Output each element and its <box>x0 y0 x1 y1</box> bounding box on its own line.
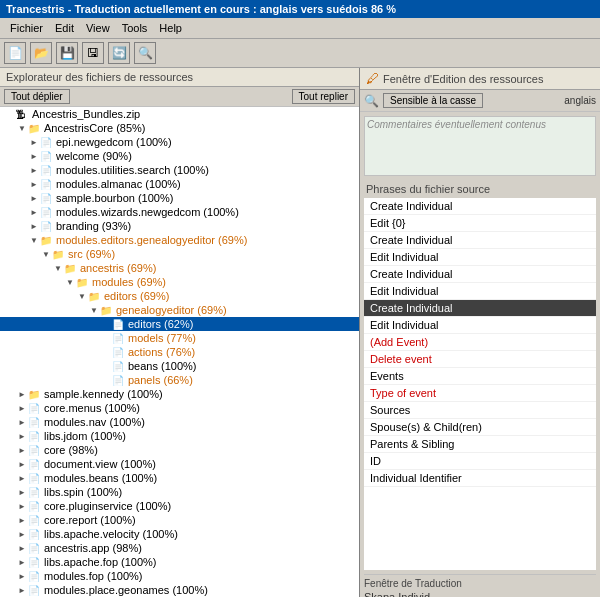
collapse-all-button[interactable]: Tout déplier <box>4 89 70 104</box>
tree-item[interactable]: 📄models (77%) <box>0 331 359 345</box>
expand-all-button[interactable]: Tout replier <box>292 89 355 104</box>
tree-item[interactable]: 📄editors (62%) <box>0 317 359 331</box>
tree-item-label: epi.newgedcom (100%) <box>56 136 172 148</box>
phrase-item[interactable]: Type of event <box>364 385 596 402</box>
phrase-item[interactable]: Events <box>364 368 596 385</box>
tree-item[interactable]: ►📄modules.beans (100%) <box>0 471 359 485</box>
file-icon: 📄 <box>28 557 42 568</box>
tree-item-label: src (69%) <box>68 248 115 260</box>
menu-help[interactable]: Help <box>153 20 188 36</box>
phrase-item[interactable]: Create Individual <box>364 198 596 215</box>
phrase-item[interactable]: Sources <box>364 402 596 419</box>
menu-edit[interactable]: Edit <box>49 20 80 36</box>
tree-item[interactable]: ►📁sample.kennedy (100%) <box>0 387 359 401</box>
tree-item[interactable]: 📄actions (76%) <box>0 345 359 359</box>
tree-item[interactable]: ►📄core (98%) <box>0 443 359 457</box>
file-icon: 📄 <box>40 179 54 190</box>
file-icon: 📄 <box>28 417 42 428</box>
tree-arrow-icon: ► <box>28 222 40 231</box>
phrase-item[interactable]: Create Individual <box>364 232 596 249</box>
phrase-item[interactable]: Create Individual <box>364 266 596 283</box>
phrase-item[interactable]: Edit Individual <box>364 283 596 300</box>
tree-item[interactable]: ►📄libs.jdom (100%) <box>0 429 359 443</box>
tree-item[interactable]: ►📄ancestris.app (98%) <box>0 541 359 555</box>
tree-item[interactable]: ►📄document.view (100%) <box>0 457 359 471</box>
tree-arrow-icon: ► <box>16 502 28 511</box>
search-toolbar-button[interactable]: 🔍 <box>134 42 156 64</box>
tree-item-label: modules.utilities.search (100%) <box>56 164 209 176</box>
tree-item[interactable]: ▼📁modules (69%) <box>0 275 359 289</box>
tree-item[interactable]: ▼📁modules.editors.genealogyeditor (69%) <box>0 233 359 247</box>
comments-area: Commentaires éventuellement contenus <box>364 116 596 176</box>
tree-item[interactable]: ▼📁src (69%) <box>0 247 359 261</box>
tree-item[interactable]: ►📄libs.spin (100%) <box>0 485 359 499</box>
menu-view[interactable]: View <box>80 20 116 36</box>
tree-item[interactable]: ►📄core.report (100%) <box>0 513 359 527</box>
phrases-list[interactable]: Create IndividualEdit {0}Create Individu… <box>364 198 596 570</box>
phrase-item[interactable]: Edit {0} <box>364 215 596 232</box>
phrase-item[interactable]: ID <box>364 453 596 470</box>
tree-arrow-icon: ► <box>28 166 40 175</box>
tree-item[interactable]: ►📄sample.bourbon (100%) <box>0 191 359 205</box>
tree-item-label: libs.apache.velocity (100%) <box>44 528 178 540</box>
new-button[interactable]: 📄 <box>4 42 26 64</box>
case-sensitive-button[interactable]: Sensible à la casse <box>383 93 483 108</box>
saveas-button[interactable]: 🖫 <box>82 42 104 64</box>
tree-item[interactable]: ►📄libs.apache.velocity (100%) <box>0 527 359 541</box>
tree-arrow-icon: ▼ <box>76 292 88 301</box>
tree-item[interactable]: ►📄modules.fop (100%) <box>0 569 359 583</box>
tree-item-label: ancestris (69%) <box>80 262 156 274</box>
tree-item[interactable]: ►📄core.pluginservice (100%) <box>0 499 359 513</box>
right-panel-header: 🖊 Fenêtre d'Edition des ressources <box>360 68 600 90</box>
phrase-item[interactable]: Delete event <box>364 351 596 368</box>
tree-item[interactable]: ►📄welcome (90%) <box>0 149 359 163</box>
tree-item[interactable]: ►📄branding (93%) <box>0 219 359 233</box>
file-icon: 📄 <box>40 137 54 148</box>
right-panel: 🖊 Fenêtre d'Edition des ressources 🔍 Sen… <box>360 68 600 597</box>
save-button[interactable]: 💾 <box>56 42 78 64</box>
tree-item[interactable]: ▼📁ancestris (69%) <box>0 261 359 275</box>
tree-arrow-icon: ► <box>16 460 28 469</box>
file-icon: 📄 <box>40 151 54 162</box>
tree-item[interactable]: ►📄libs.apache.fop (100%) <box>0 555 359 569</box>
tree-item-label: modules.wizards.newgedcom (100%) <box>56 206 239 218</box>
tree-item-label: sample.kennedy (100%) <box>44 388 163 400</box>
tree-item[interactable]: 🗜Ancestris_Bundles.zip <box>0 107 359 121</box>
file-icon: 📄 <box>28 529 42 540</box>
phrase-item[interactable]: Spouse(s) & Child(ren) <box>364 419 596 436</box>
menu-bar: Fichier Edit View Tools Help <box>0 18 600 39</box>
tree-item[interactable]: 📄panels (66%) <box>0 373 359 387</box>
phrase-item[interactable]: Create Individual <box>364 300 596 317</box>
reload-button[interactable]: 🔄 <box>108 42 130 64</box>
file-icon: 📄 <box>40 165 54 176</box>
tree-item-label: core.menus (100%) <box>44 402 140 414</box>
file-icon: 📄 <box>28 571 42 582</box>
phrase-item[interactable]: Parents & Sibling <box>364 436 596 453</box>
tree-item[interactable]: ►📄modules.utilities.search (100%) <box>0 163 359 177</box>
tree-item[interactable]: ►📄modules.nav (100%) <box>0 415 359 429</box>
phrase-item[interactable]: Edit Individual <box>364 249 596 266</box>
tree-item[interactable]: ►📄modules.almanac (100%) <box>0 177 359 191</box>
open-button[interactable]: 📂 <box>30 42 52 64</box>
menu-tools[interactable]: Tools <box>116 20 154 36</box>
tree-item[interactable]: ▼📁AncestrisCore (85%) <box>0 121 359 135</box>
right-panel-title: Fenêtre d'Edition des ressources <box>383 73 543 85</box>
tree-item-label: beans (100%) <box>128 360 197 372</box>
tree-item[interactable]: ►📄epi.newgedcom (100%) <box>0 135 359 149</box>
menu-fichier[interactable]: Fichier <box>4 20 49 36</box>
tree-item[interactable]: ►📄modules.place.geonames (100%) <box>0 583 359 597</box>
tree-container[interactable]: 🗜Ancestris_Bundles.zip▼📁AncestrisCore (8… <box>0 107 359 597</box>
phrase-item[interactable]: (Add Event) <box>364 334 596 351</box>
phrase-item[interactable]: Edit Individual <box>364 317 596 334</box>
tree-item[interactable]: ►📄modules.wizards.newgedcom (100%) <box>0 205 359 219</box>
tree-item[interactable]: ▼📁editors (69%) <box>0 289 359 303</box>
phrase-item[interactable]: Individual Identifier <box>364 470 596 487</box>
tree-item[interactable]: 📄beans (100%) <box>0 359 359 373</box>
tree-item[interactable]: ►📄core.menus (100%) <box>0 401 359 415</box>
tree-arrow-icon: ► <box>16 544 28 553</box>
file-icon: 📄 <box>40 207 54 218</box>
tree-item-label: editors (62%) <box>128 318 193 330</box>
tree-item[interactable]: ▼📁genealogyeditor (69%) <box>0 303 359 317</box>
tree-arrow-icon: ► <box>16 474 28 483</box>
file-icon: 📄 <box>112 347 126 358</box>
